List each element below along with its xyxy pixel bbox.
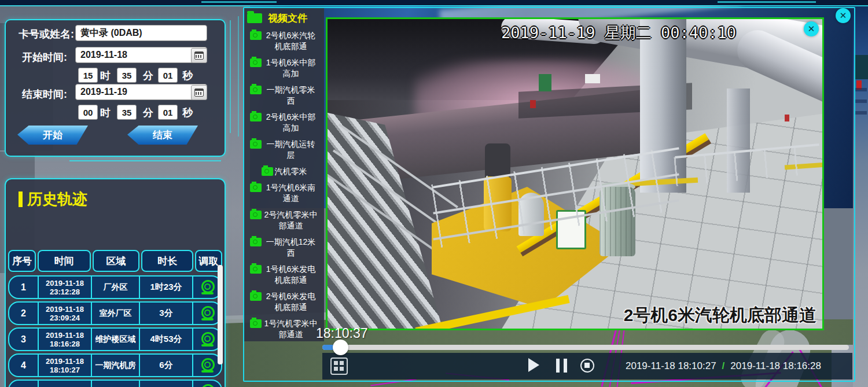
video-file-list: 2号机6米汽轮机底部通 1号机6米中部高加 一期汽机零米西 2号机6米中部高加 …	[245, 30, 323, 340]
camera-icon	[250, 86, 262, 94]
video-frame: 2019-11-19 星期二 00:40:10 2号机6米汽轮机底部通道 ✕	[326, 17, 824, 330]
webcam-icon[interactable]	[200, 384, 215, 387]
webcam-icon[interactable]	[200, 280, 215, 295]
file-list-header: 视频文件	[247, 12, 307, 25]
webcam-icon[interactable]	[200, 332, 215, 347]
camera-icon	[250, 183, 262, 192]
hour-unit-label: 时	[100, 69, 111, 83]
start-time-label: 开始时间:	[22, 50, 67, 64]
scene-label-tag	[585, 74, 600, 83]
bg-equipment	[854, 55, 868, 79]
camera-icon	[250, 113, 262, 121]
file-item[interactable]: 一期汽机12米西	[247, 237, 322, 259]
table-row[interactable]: 5 2019-11-18	[8, 379, 222, 387]
close-icon: ✕	[808, 24, 815, 34]
end-second-input[interactable]	[158, 105, 178, 120]
start-date-input[interactable]	[75, 47, 207, 63]
camera-icon	[262, 167, 273, 176]
playback-end-time: 2019-11-18 18:16:28	[730, 360, 821, 372]
end-minute-input[interactable]	[117, 105, 137, 120]
scene-red-valve	[530, 100, 536, 108]
camera-icon	[250, 31, 262, 40]
start-calendar-button[interactable]	[191, 48, 207, 63]
col-header-duration: 时长	[141, 250, 193, 272]
current-position-time: 18:10:37	[316, 326, 368, 341]
bg-slat	[854, 99, 867, 103]
playback-range: 2019-11-18 18:10:27 / 2019-11-18 18:16:2…	[626, 360, 821, 372]
file-list-title: 视频文件	[268, 12, 307, 25]
stop-icon[interactable]	[580, 359, 594, 373]
file-item[interactable]: 1号机6米发电机底部通	[247, 264, 322, 286]
bg-top-accent-segment	[718, 1, 816, 3]
second-unit-label: 秒	[182, 106, 193, 120]
file-item[interactable]: 1号机6米中部高加	[247, 57, 322, 79]
file-item[interactable]: 1号汽机零米中部通道	[247, 318, 322, 340]
file-item[interactable]: 1号汽机6米南通道	[247, 182, 322, 204]
col-header-area: 区域	[93, 250, 140, 272]
minute-unit-label: 分	[143, 69, 153, 83]
seek-slider-thumb[interactable]	[333, 340, 348, 355]
table-header-row: 序号 时间 区域 时长 调取	[8, 250, 222, 272]
file-item[interactable]: 一期汽机零米西	[247, 84, 322, 106]
file-item[interactable]: 汽机零米	[247, 166, 322, 177]
col-header-no: 序号	[8, 250, 36, 272]
close-icon: ✕	[840, 10, 847, 21]
screen: 卡号或姓名: 开始时间: 时 分 秒 结束时间: 时 分 秒 开始 结束 历史轨…	[0, 0, 868, 387]
end-hour-input[interactable]	[78, 105, 98, 120]
bg-slat	[854, 88, 867, 91]
name-input[interactable]	[75, 25, 207, 41]
video-close-button[interactable]: ✕	[804, 21, 819, 36]
file-item[interactable]: 2号汽机零米中部通道	[247, 209, 322, 231]
playback-control-bar: 2019-11-18 18:10:27 / 2019-11-18 18:16:2…	[322, 353, 852, 379]
camera-icon	[250, 140, 262, 149]
end-time-label: 结束时间:	[22, 87, 67, 101]
table-row[interactable]: 4 2019-11-1818:10:27 一期汽机房 6分	[8, 353, 222, 377]
camera-icon	[250, 211, 262, 219]
deco-line	[230, 20, 231, 133]
grid-layout-icon[interactable]	[330, 357, 348, 375]
file-item[interactable]: 一期汽机运转层	[247, 139, 322, 161]
end-date-input[interactable]	[75, 84, 207, 100]
start-hour-input[interactable]	[78, 68, 98, 83]
start-minute-input[interactable]	[117, 68, 137, 83]
file-item[interactable]: 2号机6米发电机底部通	[247, 291, 322, 313]
playback-start-time: 2019-11-18 18:10:27	[626, 360, 716, 372]
start-second-input[interactable]	[158, 68, 178, 83]
osd-camera-name: 2号机6米汽轮机底部通道	[624, 304, 816, 327]
search-panel: 卡号或姓名: 开始时间: 时 分 秒 结束时间: 时 分 秒 开始 结束	[5, 19, 226, 157]
history-title: 历史轨迹	[27, 189, 87, 209]
pause-icon[interactable]	[556, 359, 567, 373]
camera-icon	[250, 265, 262, 274]
col-header-time: 时间	[38, 250, 91, 272]
end-calendar-button[interactable]	[191, 85, 207, 100]
bg-slat	[854, 111, 867, 115]
table-row[interactable]: 1 2019-11-1823:12:28 厂外区 1时23分	[8, 275, 222, 299]
bg-top-accent-segment	[201, 1, 277, 3]
range-separator: /	[722, 360, 725, 372]
table-row[interactable]: 3 2019-11-1818:16:28 维护楼区域 4时53分	[8, 327, 222, 351]
calendar-icon	[194, 51, 204, 60]
name-label: 卡号或姓名:	[19, 27, 74, 41]
hour-unit-label: 时	[100, 106, 111, 120]
play-icon[interactable]	[528, 358, 539, 372]
end-button[interactable]: 结束	[127, 126, 198, 145]
table-row[interactable]: 2 2019-11-1823:09:24 室外厂区 3分	[8, 301, 222, 325]
seek-slider-track[interactable]	[322, 345, 849, 350]
camera-icon	[250, 319, 262, 328]
camera-icon	[250, 58, 262, 67]
table-scrollbar[interactable]	[218, 265, 223, 364]
deco-line	[69, 160, 221, 161]
minute-unit-label: 分	[143, 106, 153, 120]
webcam-icon[interactable]	[200, 306, 215, 321]
file-item[interactable]: 2号机6米中部高加	[247, 112, 322, 134]
scene-red-valve	[785, 115, 789, 121]
file-item[interactable]: 2号机6米汽轮机底部通	[247, 30, 322, 52]
calendar-icon	[194, 89, 204, 97]
panel-close-button[interactable]: ✕	[836, 8, 851, 23]
deco-line	[238, 16, 239, 137]
folder-icon	[247, 13, 262, 23]
scene-green-cabinet	[539, 74, 551, 91]
bg-top-accent-line	[0, 5, 868, 6]
start-button[interactable]: 开始	[17, 126, 88, 145]
webcam-icon[interactable]	[200, 358, 215, 373]
